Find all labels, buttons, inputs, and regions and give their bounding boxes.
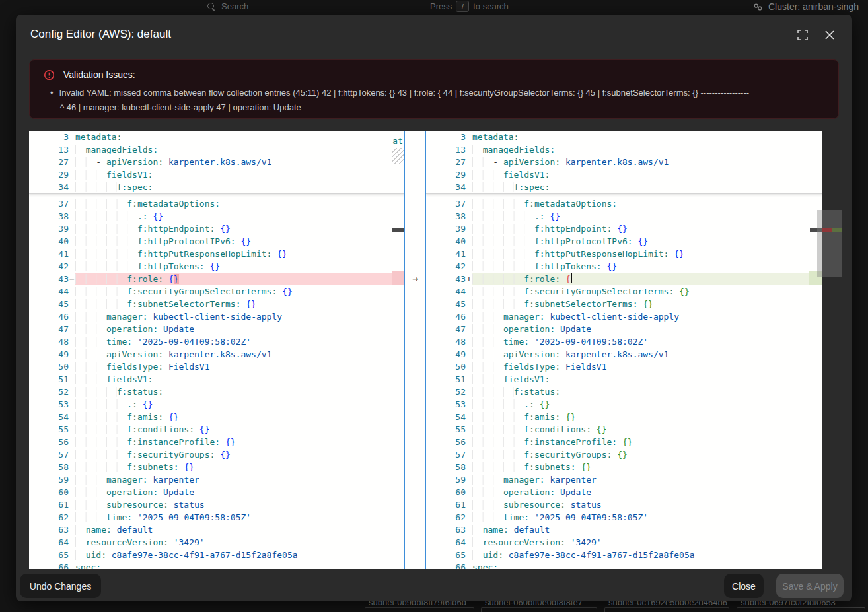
- code-line[interactable]: 13 managedFields:: [29, 143, 404, 156]
- code-line[interactable]: 34 f:spec:: [29, 181, 404, 193]
- line-number: 57: [426, 448, 466, 461]
- code-line[interactable]: 52 f:status:: [426, 386, 822, 398]
- code-modified[interactable]: 37 f:metadataOptions:38 .: {}39 f:httpEn…: [426, 194, 822, 569]
- code-line[interactable]: 48 time: '2025-09-04T09:58:02Z': [426, 335, 822, 348]
- code-line[interactable]: 60 operation: Update: [426, 486, 822, 498]
- code-line[interactable]: 46 manager: kubectl-client-side-apply: [29, 310, 404, 323]
- code-line[interactable]: 44 f:securityGroupSelectorTerms: {}: [29, 285, 404, 298]
- sticky-scroll-modified[interactable]: 3metadata:13 managedFields:27 - apiVersi…: [426, 131, 822, 194]
- code-line[interactable]: 49 - apiVersion: karpenter.k8s.aws/v1: [426, 348, 822, 360]
- code-line[interactable]: 53 .: {}: [426, 398, 822, 411]
- code-line[interactable]: 55 f:conditions: {}: [426, 423, 822, 436]
- code-line[interactable]: 53 .: {}: [29, 398, 404, 411]
- line-number: 3: [426, 131, 466, 143]
- code-line[interactable]: 47 operation: Update: [29, 323, 404, 335]
- close-footer-button[interactable]: Close: [724, 574, 764, 598]
- code-line[interactable]: 38 .: {}: [426, 210, 822, 222]
- line-number: 42: [29, 260, 69, 273]
- diff-marker: [466, 524, 472, 536]
- code-line[interactable]: 42 f:httpTokens: {}: [426, 260, 822, 273]
- code-line[interactable]: 45 f:subnetSelectorTerms: {}: [426, 298, 822, 310]
- code-line[interactable]: 60 operation: Update: [29, 486, 404, 498]
- code-line[interactable]: 57 f:securityGroups: {}: [29, 448, 404, 461]
- line-number: 3: [29, 131, 69, 143]
- code-line[interactable]: 61 subresource: status: [29, 498, 404, 511]
- code-line[interactable]: 54 f:amis: {}: [29, 411, 404, 423]
- diff-original-pane[interactable]: 3metadata:13 managedFields:27 - apiVersi…: [29, 131, 404, 569]
- code-line[interactable]: 54 f:amis: {}: [426, 411, 822, 423]
- code-line[interactable]: 29 fieldsV1:: [29, 168, 404, 181]
- expand-button[interactable]: [796, 28, 809, 42]
- code-line[interactable]: 42 f:httpTokens: {}: [29, 260, 404, 273]
- code-line[interactable]: 59 manager: karpenter: [426, 473, 822, 486]
- code-line[interactable]: 57 f:securityGroups: {}: [426, 448, 822, 461]
- code-line[interactable]: 40 f:httpProtocolIPv6: {}: [426, 235, 822, 248]
- code-line[interactable]: 52 f:status:: [29, 386, 404, 398]
- code-line[interactable]: 58 f:subnets: {}: [426, 461, 822, 473]
- code-line[interactable]: 3metadata:: [426, 131, 822, 143]
- code-line[interactable]: 51 fieldsV1:: [426, 373, 822, 386]
- scrollbar-slider[interactable]: [817, 210, 842, 277]
- code-line[interactable]: 37 f:metadataOptions:: [426, 197, 822, 210]
- code-line[interactable]: 63 name: default: [29, 524, 404, 536]
- code-line[interactable]: 65 uid: c8afe97e-38cc-4f91-a767-d15f2a8f…: [29, 549, 404, 561]
- code-line[interactable]: 43+ f:role: {: [426, 273, 822, 285]
- code-line[interactable]: 41 f:httpPutResponseHopLimit: {}: [426, 248, 822, 260]
- code-line[interactable]: 40 f:httpProtocolIPv6: {}: [29, 235, 404, 248]
- undo-changes-button[interactable]: Undo Changes: [20, 574, 101, 598]
- code-line[interactable]: 49 - apiVersion: karpenter.k8s.aws/v1: [29, 348, 404, 360]
- code-line[interactable]: 3metadata:: [29, 131, 404, 143]
- code-line[interactable]: 34 f:spec:: [426, 181, 822, 193]
- sticky-scroll-original[interactable]: 3metadata:13 managedFields:27 - apiVersi…: [29, 131, 404, 194]
- code-line[interactable]: 27 - apiVersion: karpenter.k8s.aws/v1: [29, 156, 404, 168]
- code-line[interactable]: 62 time: '2025-09-04T09:58:05Z': [29, 511, 404, 524]
- code-line[interactable]: 56 f:instanceProfile: {}: [29, 436, 404, 448]
- close-button[interactable]: [823, 28, 836, 42]
- code-line[interactable]: 39 f:httpEndpoint: {}: [29, 222, 404, 235]
- code-line[interactable]: 62 time: '2025-09-04T09:58:05Z': [426, 511, 822, 524]
- code-line[interactable]: 48 time: '2025-09-04T09:58:02Z': [29, 335, 404, 348]
- diff-marker: [69, 323, 75, 335]
- code-line[interactable]: 47 operation: Update: [426, 323, 822, 335]
- diff-marker: [69, 436, 75, 448]
- line-number: 60: [426, 486, 466, 498]
- code-line[interactable]: 37 f:metadataOptions:: [29, 197, 404, 210]
- code-line[interactable]: 41 f:httpPutResponseHopLimit: {}: [29, 248, 404, 260]
- line-number: 44: [426, 285, 466, 298]
- code-line[interactable]: 56 f:instanceProfile: {}: [426, 436, 822, 448]
- code-line[interactable]: 64 resourceVersion: '3429': [426, 536, 822, 549]
- cluster-selector[interactable]: Cluster: anirban-singh: [753, 0, 859, 13]
- line-number: 66: [426, 561, 466, 569]
- search-icon: [207, 3, 215, 11]
- line-number: 57: [29, 448, 69, 461]
- code-line[interactable]: 63 name: default: [426, 524, 822, 536]
- code-line[interactable]: 39 f:httpEndpoint: {}: [426, 222, 822, 235]
- code-line[interactable]: 66spec:: [426, 561, 822, 569]
- code-line[interactable]: 64 resourceVersion: '3429': [29, 536, 404, 549]
- diff-modified-pane[interactable]: 3metadata:13 managedFields:27 - apiVersi…: [426, 131, 822, 569]
- diff-splitter[interactable]: →: [404, 131, 426, 569]
- code-line[interactable]: 45 f:subnetSelectorTerms: {}: [29, 298, 404, 310]
- code-line[interactable]: 29 fieldsV1:: [426, 168, 822, 181]
- code-original[interactable]: 37 f:metadataOptions:38 .: {}39 f:httpEn…: [29, 194, 404, 569]
- code-line[interactable]: 66spec:: [29, 561, 404, 569]
- code-line[interactable]: 59 manager: karpenter: [29, 473, 404, 486]
- code-line[interactable]: 51 fieldsV1:: [29, 373, 404, 386]
- code-line[interactable]: 38 .: {}: [29, 210, 404, 222]
- overview-ruler-removed-mark: [822, 228, 832, 232]
- code-line[interactable]: 55 f:conditions: {}: [29, 423, 404, 436]
- code-line[interactable]: 50 fieldsType: FieldsV1: [29, 360, 404, 373]
- line-number: 64: [426, 536, 466, 549]
- code-line[interactable]: 46 manager: kubectl-client-side-apply: [426, 310, 822, 323]
- code-line[interactable]: 61 subresource: status: [426, 498, 822, 511]
- code-line[interactable]: 13 managedFields:: [426, 143, 822, 156]
- revert-arrow-icon[interactable]: →: [405, 273, 425, 285]
- code-line[interactable]: 50 fieldsType: FieldsV1: [426, 360, 822, 373]
- code-line[interactable]: 58 f:subnets: {}: [29, 461, 404, 473]
- code-line[interactable]: 43− f:role: {}: [29, 273, 404, 285]
- code-line[interactable]: 65 uid: c8afe97e-38cc-4f91-a767-d15f2a8f…: [426, 549, 822, 561]
- code-line[interactable]: 27 - apiVersion: karpenter.k8s.aws/v1: [426, 156, 822, 168]
- diff-marker: [466, 222, 472, 235]
- code-line[interactable]: 44 f:securityGroupSelectorTerms: {}: [426, 285, 822, 298]
- save-apply-button[interactable]: Save & Apply: [776, 574, 844, 598]
